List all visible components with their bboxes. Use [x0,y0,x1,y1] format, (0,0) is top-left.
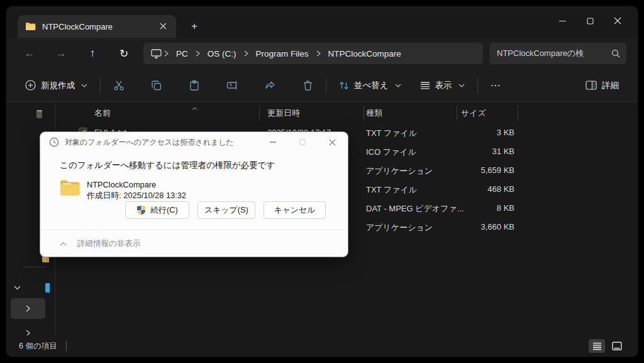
file-size: 31 KB [442,147,514,156]
maximize-icon[interactable] [576,11,604,30]
more-button[interactable]: ⋯ [486,75,506,95]
column-headers: 名前 更新日時 種類 サイズ [55,104,638,122]
command-toolbar: 新規作成 並べ替え 表示 ⋯ 詳細 [6,69,638,102]
file-size: 5,659 KB [442,165,514,175]
forward-icon[interactable]: → [49,43,73,64]
view-toggles [589,339,625,353]
cancel-label: キャンセル [274,205,315,216]
column-divider[interactable] [457,106,457,121]
chevron-down-icon [81,84,87,87]
cancel-button[interactable]: キャンセル [264,201,326,219]
delete-icon[interactable] [297,76,318,95]
sidebar-item-gallery[interactable] [6,104,55,123]
status-bar: 6 個の項目 [6,335,638,357]
cut-icon[interactable] [108,76,130,95]
dialog-folder-info: NTPClockCompare 作成日時: 2025/10/28 13:32 [60,179,348,201]
copy-icon[interactable] [146,76,167,95]
rename-icon[interactable] [221,76,243,94]
divider [326,77,326,94]
search-box [489,43,626,64]
window-controls [548,11,631,30]
continue-button[interactable]: 続行(C) [125,201,189,219]
divider [40,230,348,230]
uac-shield-icon [136,205,146,215]
column-header-name[interactable]: 名前 [94,108,111,119]
share-icon[interactable] [260,76,281,95]
column-header-type[interactable]: 種類 [366,108,382,119]
tab-bar: NTPClockCompare + [6,6,638,38]
dialog-maximize-icon [291,134,314,150]
plus-circle-icon [25,80,36,91]
breadcrumb-item[interactable]: Program Files [251,47,314,60]
refresh-icon[interactable]: ↻ [112,43,136,64]
tab-title: NTPClockCompare [42,22,151,31]
chevron-right-icon [164,50,169,57]
chevron-down-icon [458,84,465,87]
file-type: アプリケーション [366,222,433,233]
breadcrumb: PCOS (C:)Program FilesNTPClockCompare [143,43,483,64]
large-icons-view-icon[interactable] [609,339,625,353]
desktop-icon[interactable] [151,49,162,59]
details-pane-button[interactable]: 詳細 [580,76,624,95]
divider [100,77,101,94]
clock-icon [49,137,59,147]
breadcrumb-item[interactable]: OS (C:) [203,47,242,60]
list-lines-icon [420,81,430,90]
new-button[interactable]: 新規作成 [20,76,92,95]
view-label: 表示 [435,80,452,91]
sidebar-item-this-pc[interactable] [6,278,55,297]
breadcrumb-item[interactable]: NTPClockCompare [323,47,406,60]
file-size: 8 KB [442,203,514,213]
minimize-icon[interactable] [548,11,576,30]
divider [23,267,46,267]
chevron-up-icon [60,242,67,246]
chevron-right-icon [316,50,321,57]
dialog-minimize-icon[interactable] [261,134,285,150]
view-button[interactable]: 表示 [415,76,470,95]
sort-ascending-icon [192,103,197,112]
file-type: アプリケーション [366,165,433,177]
dialog-title-bar: 対象のフォルダーへのアクセスは拒否されました [40,132,348,152]
dialog-close-icon[interactable] [320,134,344,150]
search-input[interactable] [497,49,611,59]
folder-icon [25,22,36,31]
column-divider[interactable] [518,106,518,121]
paste-icon[interactable] [184,76,205,95]
skip-button[interactable]: スキップ(S) [197,201,255,219]
tab-ntpclockcompare[interactable]: NTPClockCompare [18,15,176,38]
dialog-buttons: 続行(C) スキップ(S) キャンセル [125,201,326,219]
sidebar-item-expanded-selected[interactable] [11,298,45,319]
sort-label: 並べ替え [354,80,389,91]
column-divider[interactable] [259,106,260,121]
new-label: 新規作成 [41,80,75,91]
details-view-icon[interactable] [589,339,605,353]
new-tab-button[interactable]: + [187,20,201,33]
column-divider[interactable] [364,106,364,121]
pc-icon [45,283,50,293]
hide-details-toggle[interactable]: 詳細情報の非表示 [60,238,140,249]
file-size: 3,660 KB [442,222,514,232]
file-type: ICO ファイル [366,147,416,158]
file-type: TXT ファイル [366,184,417,196]
sort-button[interactable]: 並べ替え [334,76,406,95]
close-icon[interactable] [604,11,631,30]
back-icon[interactable]: ← [18,43,42,64]
continue-label: 続行(C) [150,205,177,216]
up-icon[interactable]: ↑ [80,43,104,64]
divider [66,341,67,351]
chevron-right-icon [244,50,248,57]
access-denied-dialog: 対象のフォルダーへのアクセスは拒否されました このフォルダーへ移動するには管理者… [40,132,348,257]
dialog-title: 対象のフォルダーへのアクセスは拒否されました [65,137,255,148]
file-size: 3 KB [442,128,514,137]
chevron-down-icon [6,286,28,290]
column-header-size[interactable]: サイズ [461,108,486,119]
breadcrumb-item[interactable]: PC [171,47,193,60]
gallery-icon [36,110,42,118]
chevron-right-icon [26,305,30,312]
tab-close-icon[interactable] [157,21,169,31]
column-header-modified[interactable]: 更新日時 [267,108,300,119]
address-bar-row: ← → ↑ ↻ PCOS (C:)Program FilesNTPClockCo… [6,38,638,69]
search-icon[interactable] [611,49,620,58]
dialog-message: このフォルダーへ移動するには管理者の権限が必要です [60,160,348,171]
chevron-down-icon [395,84,401,87]
